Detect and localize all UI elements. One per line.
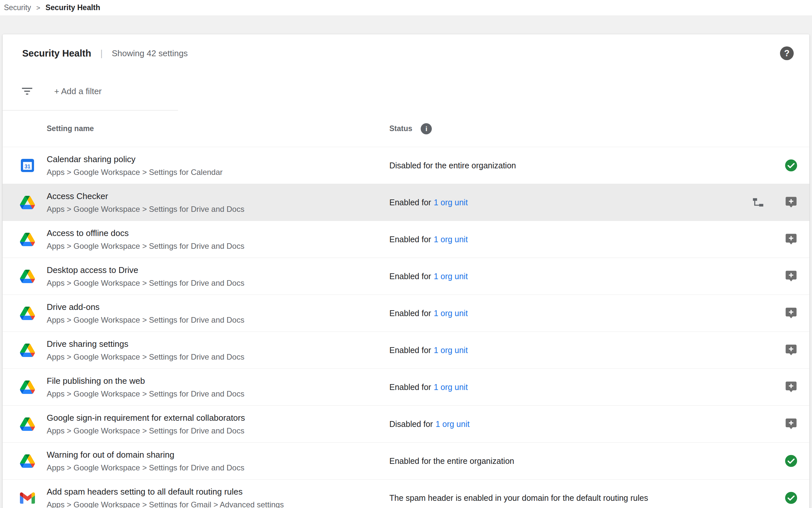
setting-name: Warning for out of domain sharing — [47, 450, 376, 460]
setting-name: Google sign-in requirement for external … — [47, 413, 376, 423]
org-unit-link[interactable]: 1 org unit — [434, 382, 468, 392]
recommendation-icon[interactable] — [784, 381, 798, 393]
setting-name: Drive add-ons — [47, 302, 376, 312]
setting-status: Enabled for1 org unit — [389, 345, 784, 355]
drive-icon — [19, 453, 35, 469]
setting-status: Enabled for1 org unit — [389, 382, 784, 392]
title-divider: | — [100, 48, 103, 58]
table-row[interactable]: Access Checker Apps > Google Workspace >… — [3, 184, 809, 221]
drive-icon — [19, 379, 35, 395]
svg-text:31: 31 — [25, 163, 30, 169]
org-unit-link[interactable]: 1 org unit — [434, 272, 468, 281]
setting-name: Desktop access to Drive — [47, 265, 376, 276]
status-text: Enabled for — [389, 345, 431, 355]
column-status: Status i — [389, 123, 432, 134]
setting-name: Calendar sharing policy — [47, 154, 376, 165]
drive-icon — [19, 342, 35, 358]
recommendation-icon[interactable] — [784, 196, 798, 209]
setting-status: Enabled for1 org unit — [389, 235, 784, 244]
page-title: Security Health — [22, 48, 91, 59]
org-unit-link[interactable]: 1 org unit — [434, 308, 468, 318]
gmail-icon — [19, 490, 35, 506]
row-actions — [752, 196, 798, 209]
row-actions — [784, 307, 798, 320]
row-actions — [784, 491, 798, 504]
org-unit-link[interactable]: 1 org unit — [435, 419, 469, 429]
table-row[interactable]: Add spam headers setting to all default … — [3, 479, 809, 508]
setting-status: Disabled for the entire organization — [389, 161, 784, 170]
drive-icon — [19, 305, 35, 321]
setting-name: Access to offline docs — [47, 228, 376, 239]
row-actions — [784, 381, 798, 393]
setting-name: File publishing on the web — [47, 376, 376, 386]
setting-name: Drive sharing settings — [47, 339, 376, 349]
breadcrumb-security[interactable]: Security — [4, 3, 31, 12]
org-unit-link[interactable]: 1 org unit — [434, 198, 468, 207]
help-icon[interactable]: ? — [780, 46, 794, 60]
status-text: Enabled for the entire organization — [389, 456, 514, 466]
status-text: Disabled for — [389, 419, 433, 429]
row-actions — [784, 270, 798, 283]
filter-list-icon — [20, 84, 34, 98]
add-filter-button[interactable]: + Add a filter — [54, 86, 102, 96]
recommendation-icon[interactable] — [784, 344, 798, 357]
setting-path: Apps > Google Workspace > Settings for C… — [47, 168, 376, 177]
setting-status: Enabled for1 org unit — [389, 308, 784, 318]
recommendation-icon[interactable] — [784, 270, 798, 283]
table-row[interactable]: 31 Calendar sharing policy Apps > Google… — [3, 147, 809, 184]
status-text: Disabled for the entire organization — [389, 161, 516, 170]
table-row[interactable]: File publishing on the web Apps > Google… — [3, 369, 809, 405]
setting-path: Apps > Google Workspace > Settings for D… — [47, 242, 376, 251]
breadcrumb-separator: > — [36, 4, 40, 12]
table-row[interactable]: Warning for out of domain sharing Apps >… — [3, 442, 809, 479]
drive-icon — [19, 268, 35, 284]
settings-list: 31 Calendar sharing policy Apps > Google… — [3, 147, 809, 508]
drive-icon — [19, 416, 35, 432]
status-ok-icon — [784, 491, 798, 504]
info-icon[interactable]: i — [421, 123, 432, 134]
status-column-label: Status — [389, 124, 412, 133]
org-unit-link[interactable]: 1 org unit — [434, 345, 468, 355]
breadcrumb-current-page: Security Health — [45, 3, 100, 12]
org-unit-icon[interactable] — [752, 196, 764, 209]
card-header: Security Health | Showing 42 settings ? — [3, 34, 809, 72]
recommendation-icon[interactable] — [784, 233, 798, 246]
status-ok-icon — [784, 159, 798, 172]
setting-name: Add spam headers setting to all default … — [47, 486, 376, 497]
table-header: Setting name Status i — [3, 111, 809, 147]
status-text: Enabled for — [389, 308, 431, 318]
setting-path: Apps > Google Workspace > Settings for D… — [47, 389, 376, 398]
recommendation-icon[interactable] — [784, 417, 798, 430]
row-actions — [784, 344, 798, 357]
breadcrumb: Security > Security Health — [0, 0, 812, 15]
calendar-icon: 31 — [19, 158, 35, 173]
setting-name: Access Checker — [47, 191, 376, 202]
column-setting-name: Setting name — [47, 124, 389, 133]
setting-path: Apps > Google Workspace > Settings for D… — [47, 463, 376, 472]
security-health-card: Security Health | Showing 42 settings ? … — [3, 34, 809, 508]
table-row[interactable]: Google sign-in requirement for external … — [3, 405, 809, 442]
setting-path: Apps > Google Workspace > Settings for G… — [47, 500, 376, 508]
drive-icon — [19, 195, 35, 210]
setting-path: Apps > Google Workspace > Settings for D… — [47, 315, 376, 325]
settings-count: Showing 42 settings — [112, 48, 188, 58]
table-row[interactable]: Access to offline docs Apps > Google Wor… — [3, 221, 809, 258]
status-text: Enabled for — [389, 272, 431, 281]
setting-status: The spam header is enabled in your domai… — [389, 493, 784, 503]
setting-status: Enabled for the entire organization — [389, 456, 784, 466]
row-actions — [784, 454, 798, 467]
recommendation-icon[interactable] — [784, 307, 798, 320]
row-actions — [784, 417, 798, 430]
org-unit-link[interactable]: 1 org unit — [434, 235, 468, 244]
table-row[interactable]: Drive add-ons Apps > Google Workspace > … — [3, 295, 809, 332]
drive-icon — [19, 231, 35, 247]
setting-status: Enabled for1 org unit — [389, 198, 752, 207]
table-row[interactable]: Desktop access to Drive Apps > Google Wo… — [3, 258, 809, 295]
status-ok-icon — [784, 454, 798, 467]
status-text: Enabled for — [389, 382, 431, 392]
table-row[interactable]: Drive sharing settings Apps > Google Wor… — [3, 332, 809, 369]
setting-status: Disabled for1 org unit — [389, 419, 784, 429]
setting-status: Enabled for1 org unit — [389, 272, 784, 281]
status-text: The spam header is enabled in your domai… — [389, 493, 648, 502]
setting-path: Apps > Google Workspace > Settings for D… — [47, 279, 376, 288]
